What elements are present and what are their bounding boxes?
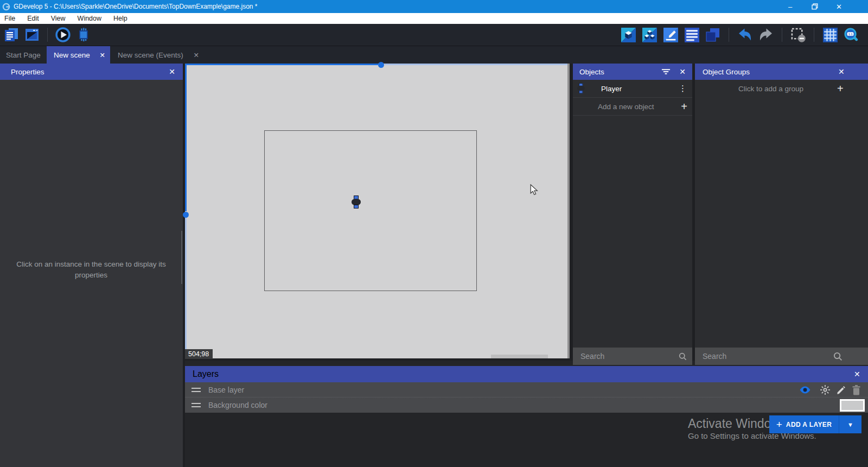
layer-edit-button[interactable]: [835, 384, 847, 396]
properties-close-icon[interactable]: ✕: [169, 68, 175, 75]
vertical-scroll-track-bottom[interactable]: [185, 218, 187, 358]
toggle-layers-panel-button[interactable]: [705, 27, 721, 43]
main-toolbar: 1:1: [0, 24, 868, 46]
player-sprite-feet: [579, 91, 583, 94]
close-button[interactable]: ✕: [827, 0, 851, 13]
add-new-object-row[interactable]: Add a new object +: [573, 98, 692, 116]
layer-effects-button[interactable]: [819, 384, 831, 396]
horizontal-scroll-thumb[interactable]: [378, 62, 384, 68]
titlebar: GDevelop 5 - C:\Users\Sparkle\OneDrive\D…: [0, 0, 868, 13]
layers-panel-header: Layers ✕: [185, 366, 868, 382]
drag-handle-icon[interactable]: [192, 403, 201, 407]
tab-start-page[interactable]: Start Page: [0, 46, 47, 64]
toolbar-separator: [814, 28, 814, 42]
clear-selection-icon: [790, 27, 806, 43]
menu-window[interactable]: Window: [72, 13, 107, 24]
object-menu-kebab-icon[interactable]: ⋮: [679, 84, 687, 93]
restore-button[interactable]: [802, 0, 827, 13]
debug-icon: [76, 27, 91, 42]
menu-view[interactable]: View: [45, 13, 72, 24]
horizontal-scroll-track-left[interactable]: [185, 64, 378, 65]
canvas-right-scrollbar[interactable]: [567, 64, 570, 358]
layer-visibility-toggle[interactable]: [799, 384, 811, 396]
add-group-row[interactable]: Click to add a group +: [695, 80, 868, 98]
toggle-object-groups-panel-button[interactable]: [641, 27, 658, 43]
tab-close-icon[interactable]: ✕: [100, 51, 105, 59]
objects-close-icon[interactable]: ✕: [679, 68, 686, 75]
properties-scrollbar[interactable]: [181, 231, 182, 284]
layers-panel-icon: [705, 27, 720, 42]
objects-search-bar: [573, 348, 692, 365]
player-instance[interactable]: [352, 195, 361, 209]
objects-filter-button[interactable]: [661, 68, 671, 78]
tab-label: Start Page: [6, 51, 41, 59]
canvas-bottom-scrollbar[interactable]: [491, 355, 548, 358]
layer-row-base[interactable]: Base layer: [185, 382, 868, 397]
tab-label: New scene: [54, 51, 90, 59]
plus-icon: +: [681, 101, 687, 112]
menu-edit[interactable]: Edit: [21, 13, 45, 24]
add-a-layer-main[interactable]: + ADD A LAYER: [769, 415, 839, 433]
object-groups-panel-title: Object Groups: [703, 68, 750, 76]
object-groups-close-icon[interactable]: ✕: [838, 68, 845, 75]
toggle-properties-panel-button[interactable]: [662, 27, 679, 43]
toolbar-right-group: 1:1: [620, 27, 859, 43]
zoom-1-1-icon: 1:1: [844, 27, 859, 43]
preview-play-button[interactable]: [55, 27, 71, 43]
drag-handle-icon[interactable]: [192, 388, 201, 392]
clear-selection-button[interactable]: [790, 27, 806, 43]
toggle-objects-panel-button[interactable]: [620, 27, 636, 43]
search-icon: [833, 352, 843, 361]
layers-close-icon[interactable]: ✕: [854, 370, 860, 378]
toolbar-separator: [782, 28, 782, 42]
menu-help[interactable]: Help: [107, 13, 133, 24]
vertical-scroll-thumb[interactable]: [183, 212, 189, 218]
undo-button[interactable]: [737, 27, 753, 43]
project-manager-icon: [4, 27, 19, 42]
menu-file[interactable]: File: [0, 13, 21, 24]
redo-button[interactable]: [758, 27, 774, 43]
properties-empty-message: Click on an instance in the scene to dis…: [10, 259, 173, 281]
close-icon: ✕: [836, 3, 842, 11]
trash-icon: [851, 384, 861, 396]
properties-panel-title: Properties: [11, 68, 44, 76]
object-name: Player: [601, 85, 622, 93]
effects-sparkle-icon: [820, 384, 831, 395]
layer-delete-button[interactable]: [850, 384, 862, 396]
player-sprite-feet: [354, 205, 359, 209]
object-groups-panel-icon: [642, 28, 657, 42]
scene-editor-canvas[interactable]: 504;98: [185, 64, 570, 358]
toggle-instances-list-button[interactable]: [684, 27, 700, 43]
object-list-item-player[interactable]: Player ⋮: [573, 80, 692, 98]
add-a-layer-button[interactable]: + ADD A LAYER ▼: [769, 415, 861, 433]
window-title: GDevelop 5 - C:\Users\Sparkle\OneDrive\D…: [14, 3, 258, 10]
cursor-coordinates-badge: 504;98: [185, 349, 213, 359]
minimize-button[interactable]: –: [778, 0, 802, 13]
start-page-button[interactable]: [24, 27, 40, 43]
vertical-scroll-track-top[interactable]: [185, 64, 187, 211]
layers-panel: Layers ✕ Base layer: [185, 361, 868, 467]
tab-close-icon[interactable]: ✕: [194, 51, 199, 59]
tab-new-scene[interactable]: New scene ✕: [47, 46, 110, 64]
search-icon: [679, 352, 687, 361]
debug-button[interactable]: [75, 27, 92, 43]
window-controls: – ✕: [778, 0, 851, 13]
add-a-layer-label: ADD A LAYER: [786, 421, 832, 428]
objects-panel: Objects ✕ Player ⋮ Add a new object +: [573, 64, 692, 365]
zoom-original-button[interactable]: 1:1: [843, 27, 859, 43]
horizontal-scroll-track-right[interactable]: [385, 64, 570, 65]
background-color-swatch[interactable]: [840, 399, 865, 412]
objects-panel-title: Objects: [579, 68, 604, 76]
object-groups-panel-header: Object Groups ✕: [695, 64, 868, 80]
project-manager-button[interactable]: [3, 27, 20, 43]
toggle-grid-button[interactable]: [822, 27, 838, 43]
objects-search-input[interactable]: [573, 352, 679, 361]
layer-row-background-color[interactable]: Background color: [185, 397, 868, 413]
plus-icon[interactable]: +: [837, 83, 844, 95]
add-a-layer-dropdown[interactable]: ▼: [839, 415, 861, 433]
play-icon: [55, 26, 71, 43]
tab-label: New scene (Events): [118, 51, 183, 59]
tab-new-scene-events[interactable]: New scene (Events) ✕: [111, 46, 204, 64]
layers-panel-title: Layers: [193, 369, 219, 379]
plus-icon: +: [776, 419, 782, 430]
